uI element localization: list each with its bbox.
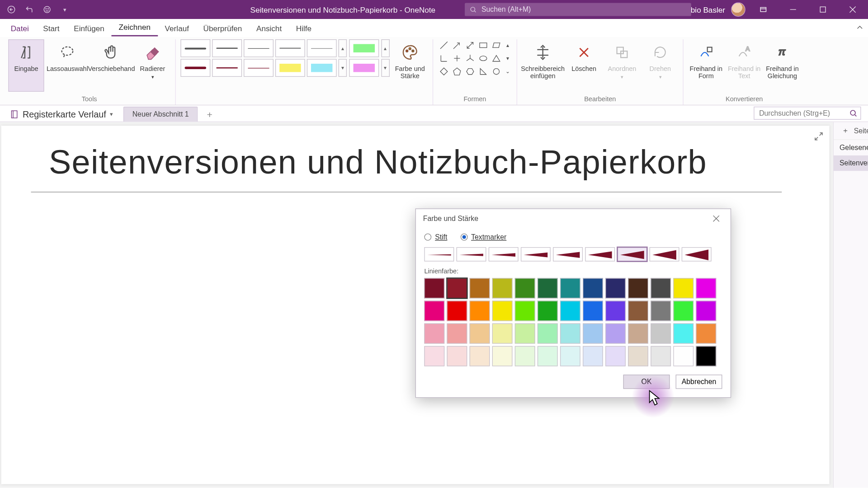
shape-right-triangle[interactable]	[477, 66, 489, 77]
color-swatch[interactable]	[538, 324, 558, 344]
farbe-staerke-button[interactable]: Farbe und Stärke	[392, 39, 428, 92]
verschiebehand-button[interactable]: Verschiebehand	[90, 39, 132, 92]
color-swatch[interactable]	[673, 278, 693, 299]
color-swatch[interactable]	[673, 324, 693, 344]
shape-hexagon[interactable]	[464, 66, 476, 77]
color-swatch[interactable]	[470, 346, 490, 366]
thickness-4[interactable]	[521, 247, 551, 262]
page-search-input[interactable]	[754, 107, 861, 120]
thickness-2[interactable]	[457, 247, 486, 262]
schreibbereich-button[interactable]: Schreibbereich einfügen	[522, 39, 564, 92]
color-swatch[interactable]	[470, 278, 490, 299]
color-swatch[interactable]	[651, 346, 671, 366]
tab-ueberpruefen[interactable]: Überprüfen	[196, 20, 249, 37]
color-swatch[interactable]	[673, 301, 693, 321]
color-swatch[interactable]	[628, 346, 648, 366]
fullscreen-icon[interactable]	[814, 131, 823, 143]
color-swatch[interactable]	[515, 301, 535, 321]
search-icon[interactable]	[849, 109, 857, 120]
gallery-more-up[interactable]: ▴	[382, 39, 390, 57]
freihand-form-button[interactable]: Freihand in Form	[688, 39, 724, 92]
color-swatch[interactable]	[470, 301, 490, 321]
color-swatch[interactable]	[605, 346, 626, 366]
color-swatch[interactable]	[583, 346, 603, 366]
eingabe-button[interactable]: Eingabe	[8, 39, 44, 92]
minimize-icon[interactable]	[781, 0, 805, 19]
color-swatch[interactable]	[447, 346, 467, 366]
color-swatch[interactable]	[583, 324, 603, 344]
thickness-6[interactable]	[585, 247, 615, 262]
color-swatch[interactable]	[424, 301, 444, 321]
color-swatch[interactable]	[515, 278, 535, 299]
tab-hilfe[interactable]: Hilfe	[289, 20, 319, 37]
thickness-3[interactable]	[489, 247, 519, 262]
color-swatch[interactable]	[696, 324, 716, 344]
add-page-button[interactable]: ＋ Seite hinzufügen	[834, 122, 868, 140]
color-swatch[interactable]	[628, 278, 648, 299]
close-icon[interactable]	[841, 0, 865, 19]
shape-axes2[interactable]	[438, 52, 450, 64]
maximize-icon[interactable]	[811, 0, 835, 19]
cancel-button[interactable]: Abbrechen	[676, 375, 722, 389]
radio-textmarker[interactable]: Textmarker	[460, 233, 506, 241]
notebook-dropdown[interactable]: Registerkarte Verlauf ▾	[4, 107, 118, 122]
touch-icon[interactable]	[42, 4, 52, 15]
color-swatch[interactable]	[651, 278, 671, 299]
color-swatch[interactable]	[538, 346, 558, 366]
shapes-up-icon[interactable]: ▴	[504, 39, 512, 51]
color-swatch[interactable]	[560, 278, 580, 299]
undo-icon[interactable]	[24, 4, 35, 15]
color-swatch[interactable]	[560, 324, 580, 344]
highlighter-magenta[interactable]	[349, 59, 379, 77]
shape-arrow[interactable]	[451, 39, 463, 51]
loeschen-button[interactable]: Löschen	[566, 39, 602, 92]
color-swatch[interactable]	[492, 301, 513, 321]
color-swatch[interactable]	[628, 301, 648, 321]
color-swatch[interactable]	[605, 301, 626, 321]
shape-para[interactable]	[491, 39, 502, 51]
dialog-close-icon[interactable]	[709, 211, 723, 226]
section-tab[interactable]: Neuer Abschnitt 1	[123, 107, 198, 122]
page-list-item[interactable]: Seitenversionen und Notizbuch-P	[834, 155, 868, 171]
color-swatch[interactable]	[538, 301, 558, 321]
tab-zeichnen[interactable]: Zeichnen	[112, 19, 158, 36]
color-swatch[interactable]	[424, 278, 444, 299]
radierer-button[interactable]: Radierer ▾	[135, 39, 170, 92]
tab-einfuegen[interactable]: Einfügen	[66, 20, 111, 37]
page-title[interactable]: Seitenversionen und Notizbuch-Papierkorb	[49, 142, 782, 181]
pen-8[interactable]	[244, 59, 274, 77]
color-swatch[interactable]	[583, 278, 603, 299]
color-swatch[interactable]	[424, 324, 444, 344]
shape-circle[interactable]	[491, 66, 502, 77]
shape-3d-axes[interactable]	[464, 52, 476, 64]
pen-1[interactable]	[180, 39, 210, 57]
highlighter-green[interactable]	[349, 39, 379, 57]
color-swatch[interactable]	[696, 301, 716, 321]
highlighter-cyan[interactable]	[307, 59, 337, 77]
color-swatch[interactable]	[447, 278, 467, 299]
gallery-more-icon[interactable]: ▾	[382, 59, 390, 77]
shape-double-arrow[interactable]	[464, 39, 476, 51]
pen-5[interactable]	[307, 39, 337, 57]
shape-axes3[interactable]	[451, 52, 463, 64]
color-swatch[interactable]	[673, 346, 693, 366]
color-swatch[interactable]	[605, 324, 626, 344]
thickness-1[interactable]	[424, 247, 454, 262]
add-section-button[interactable]: +	[203, 108, 217, 122]
shape-rect[interactable]	[477, 39, 489, 51]
ribbon-display-icon[interactable]	[751, 0, 775, 19]
color-swatch[interactable]	[447, 324, 467, 344]
thickness-7[interactable]	[617, 247, 647, 262]
color-swatch[interactable]	[651, 301, 671, 321]
page-list-item[interactable]: Gelesene Abschnitte und Autoren	[834, 140, 868, 155]
color-swatch[interactable]	[447, 301, 467, 321]
color-swatch[interactable]	[583, 301, 603, 321]
color-swatch[interactable]	[492, 324, 513, 344]
radio-stift[interactable]: Stift	[424, 233, 447, 241]
highlighter-yellow[interactable]	[275, 59, 305, 77]
shape-ellipse[interactable]	[477, 52, 489, 64]
color-swatch[interactable]	[515, 324, 535, 344]
tab-ansicht[interactable]: Ansicht	[249, 20, 289, 37]
freihand-gleichung-button[interactable]: π Freihand in Gleichung	[764, 39, 800, 92]
shape-line[interactable]	[438, 39, 450, 51]
